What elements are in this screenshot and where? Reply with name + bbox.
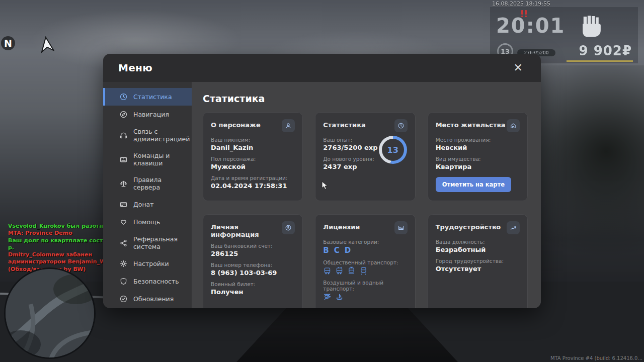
card-title: Трудоустройство [436,221,501,231]
headset-icon [119,131,128,140]
close-button[interactable]: ✕ [511,60,526,75]
public-transport-icons [323,266,407,275]
sidebar-item-label: Правила сервера [133,176,187,191]
home-icon [507,119,520,132]
card-residence: Место жительства Место проживания:Невски… [428,112,528,201]
next-level-value: 2437 exp [323,163,378,170]
field-label: Пол персонажа: [211,156,295,162]
category-b: B [323,246,329,255]
menu-header: Меню ✕ [103,54,541,82]
mark-on-map-button[interactable]: Отметить на карте [436,177,511,192]
minimap-roads [6,269,94,357]
update-check-icon [119,295,128,303]
scales-icon [119,179,128,188]
helicopter-crossed-icon [323,293,332,301]
sidebar-item-label: Статистика [133,93,172,101]
air-water-transport-icons [323,293,407,301]
property-value: Квартира [436,163,520,170]
field-label: До нового уровня: [323,156,378,162]
field-label: Ваш опыт: [323,137,378,143]
category-d: D [345,246,351,255]
field-label: Ваш никнейм: [211,137,295,143]
sidebar-item-help[interactable]: Помощь [103,213,192,231]
sidebar-item-updates[interactable]: Обновления [103,290,192,308]
card-title: Место жительства [436,119,506,129]
person-circle-icon [282,221,295,234]
sidebar-item-donate[interactable]: Донат [103,196,192,213]
field-label: Общественный транспорт: [323,259,407,265]
sidebar-item-label: Связь с администрацией [133,128,190,143]
page-title: Статистика [203,93,528,104]
sidebar-item-navigation[interactable]: Навигация [103,106,192,123]
sidebar-item-referral[interactable]: Реферальная система [103,231,192,255]
sidebar-item-security[interactable]: Безопасность [103,273,192,290]
menu-title: Меню [118,62,152,74]
money-underline [567,60,633,62]
card-personal-info: Личная информация Ваш банковский счет:28… [203,214,303,308]
heart-hand-icon [119,218,128,226]
sidebar-item-settings[interactable]: Настройки [103,255,192,273]
sidebar-item-label: Обновления [133,295,174,303]
card-character: О персонаже Ваш никнейм:Danil_Kazin Пол … [203,112,303,201]
hud-datetime: 16.08.2025 18:19:55 [492,1,550,7]
gear-icon [119,259,128,268]
referral-icon [119,239,128,247]
field-label: Военный билет: [211,281,295,287]
sidebar-item-label: Настройки [133,260,169,267]
exp-value: 2763/5200 exp [323,144,378,151]
tram-icon [347,266,356,275]
sidebar-item-label: Навигация [133,111,169,118]
id-card-icon [394,221,408,234]
sidebar-item-label: Команды и клавиши [133,152,187,167]
keyboard-icon [119,155,128,164]
field-label: Дата и время регистрации: [211,175,295,181]
sidebar-item-label: Донат [133,201,154,208]
alert-icon [521,10,527,15]
sidebar-item-label: Помощь [133,218,160,226]
metro-icon [359,266,368,275]
employment-city-value: Отсутствует [436,265,520,273]
north-label: N [4,38,12,49]
field-label: Вид имущества: [436,156,520,162]
card-licenses: Лицензии Базовые категории: B C D [315,214,415,308]
hud-clock: 20:01 [496,14,565,37]
field-label: Место проживания: [436,137,520,143]
minimap-north-marker: N [1,36,15,50]
trolleybus-icon [335,266,344,275]
province-fist-icon [579,13,605,41]
hud-money: 9 902₽ [579,43,632,58]
field-label: Ваш банковский счет: [211,243,295,249]
clock-icon [119,93,128,101]
level-progress-ring: 13 [379,136,407,164]
mouse-cursor-icon [321,181,329,192]
clock-icon [394,119,408,132]
career-chart-icon [507,221,520,234]
sidebar-item-label: Безопасность [133,278,179,285]
category-c: C [334,246,340,255]
card-title: О персонаже [211,119,261,129]
player-arrow-icon [39,36,54,55]
registration-value: 02.04.2024 17:58:31 [211,182,295,190]
menu-content: Статистика О персонаже Ваш никнейм:Danil… [192,82,541,308]
sidebar-item-server-rules[interactable]: Правила сервера [103,171,192,196]
shield-icon [119,277,128,286]
field-label: Ваша должность: [436,239,520,245]
field-label: Воздушный и водный транспорт: [323,280,407,292]
build-info: MTA Province #4 (build: 6.12416.0... [550,355,642,361]
field-label: Ваш номер телефона: [211,262,295,268]
phone-value: 8 (963) 103-03-69 [211,269,295,277]
gender-value: Мужской [211,163,295,170]
sidebar-item-admin-contact[interactable]: Связь с администрацией [103,123,192,147]
sidebar-item-statistics[interactable]: Статистика [103,88,192,106]
game-screen: 16.08.2025 18:19:55 20:01 13 2763/5200 9… [0,0,644,362]
card-title: Личная информация [211,221,282,238]
boat-icon [335,293,344,301]
bank-account-value: 286125 [211,250,295,257]
sidebar-item-commands-keys[interactable]: Команды и клавиши [103,147,192,171]
compass-icon [119,110,128,119]
bank-card-icon [119,200,128,209]
card-employment: Трудоустройство Ваша должность:Безработн… [428,214,528,308]
field-label: Базовые категории: [323,239,407,245]
level-value: 13 [382,139,404,161]
military-ticket-value: Получен [211,288,295,296]
